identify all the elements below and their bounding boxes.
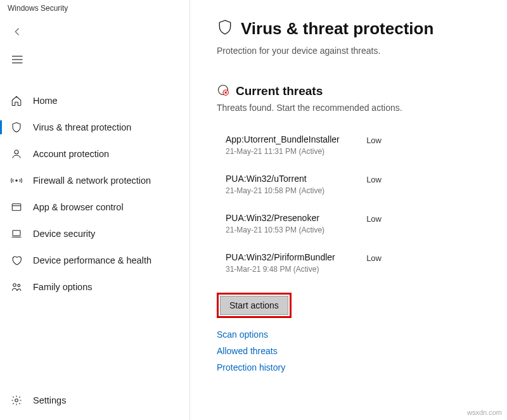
sidebar-item-label: Account protection — [33, 149, 109, 159]
threat-alert-icon — [217, 84, 229, 99]
sidebar-item-label: Firewall & network protection — [33, 175, 151, 186]
watermark: wsxdn.com — [467, 409, 502, 416]
laptop-icon — [10, 227, 23, 240]
main-content: Virus & threat protection Protection for… — [190, 0, 507, 420]
threat-meta: 21-May-21 10:53 PM (Active) — [226, 226, 324, 234]
hamburger-button[interactable] — [0, 44, 189, 75]
threat-severity: Low — [366, 175, 382, 184]
threat-severity: Low — [366, 253, 382, 263]
sidebar-item-label: Device performance & health — [33, 255, 151, 265]
sidebar-item-label: Settings — [33, 395, 66, 405]
sidebar-item-device-performance[interactable]: Device performance & health — [0, 247, 189, 274]
threat-item[interactable]: App:Utorrent_BundleInstaller 21-May-21 1… — [217, 125, 382, 165]
threats-list: App:Utorrent_BundleInstaller 21-May-21 1… — [217, 125, 494, 283]
threat-severity: Low — [366, 214, 382, 224]
sidebar-item-label: Family options — [33, 282, 92, 292]
threat-item[interactable]: PUA:Win32/Presenoker 21-May-21 10:53 PM … — [217, 204, 382, 243]
protection-history-link[interactable]: Protection history — [217, 362, 494, 372]
arrow-left-icon — [11, 25, 24, 38]
svg-point-4 — [16, 180, 17, 181]
threat-name: PUA:Win32/PiriformBundler — [226, 252, 335, 262]
svg-point-8 — [13, 284, 16, 287]
sidebar-item-label: Home — [33, 96, 58, 106]
family-icon — [10, 281, 23, 293]
threat-item[interactable]: PUA:Win32/PiriformBundler 31-Mar-21 9:48… — [217, 243, 382, 283]
page-title: Virus & threat protection — [241, 19, 433, 39]
shield-icon — [10, 121, 23, 134]
svg-rect-7 — [13, 231, 20, 236]
page-header: Virus & threat protection — [217, 18, 494, 39]
app-browser-icon — [10, 201, 23, 213]
threat-meta: 21-May-21 11:31 PM (Active) — [226, 147, 340, 156]
threat-meta: 31-Mar-21 9:48 PM (Active) — [226, 265, 335, 274]
threat-name: PUA:Win32/Presenoker — [226, 213, 324, 223]
menu-icon — [11, 53, 24, 66]
heart-icon — [10, 254, 23, 267]
section-subtitle: Threats found. Start the recommended act… — [217, 103, 494, 113]
page-subtitle: Protection for your device against threa… — [217, 46, 494, 56]
sidebar-item-home[interactable]: Home — [0, 87, 189, 114]
links-group: Scan options Allowed threats Protection … — [217, 329, 494, 372]
start-actions-highlight: Start actions — [217, 293, 292, 318]
sidebar-item-account-protection[interactable]: Account protection — [0, 141, 189, 167]
svg-rect-5 — [12, 204, 21, 211]
sidebar-item-label: Virus & threat protection — [33, 122, 131, 132]
shield-icon — [217, 18, 233, 39]
threat-name: App:Utorrent_BundleInstaller — [226, 134, 340, 144]
antenna-icon — [10, 174, 23, 187]
sidebar-item-app-browser[interactable]: App & browser control — [0, 194, 189, 220]
back-button[interactable] — [0, 19, 189, 44]
threat-name: PUA:Win32/uTorrent — [226, 174, 324, 184]
sidebar-item-label: App & browser control — [33, 202, 124, 212]
start-actions-button[interactable]: Start actions — [220, 296, 288, 315]
sidebar-item-family-options[interactable]: Family options — [0, 274, 189, 300]
scan-options-link[interactable]: Scan options — [217, 329, 494, 340]
home-icon — [10, 94, 23, 107]
current-threats-section: Current threats Threats found. Start the… — [217, 84, 494, 372]
allowed-threats-link[interactable]: Allowed threats — [217, 346, 494, 356]
svg-point-3 — [15, 150, 18, 154]
svg-point-9 — [18, 284, 20, 287]
section-title: Current threats — [236, 84, 323, 98]
threat-item[interactable]: PUA:Win32/uTorrent 21-May-21 10:58 PM (A… — [217, 165, 382, 204]
person-icon — [10, 148, 23, 160]
threat-severity: Low — [366, 136, 382, 145]
sidebar-item-settings[interactable]: Settings — [0, 387, 189, 414]
sidebar-item-device-security[interactable]: Device security — [0, 220, 189, 247]
threat-meta: 21-May-21 10:58 PM (Active) — [226, 186, 324, 195]
gear-icon — [10, 394, 23, 407]
sidebar-item-firewall[interactable]: Firewall & network protection — [0, 167, 189, 194]
sidebar-nav: Home Virus & threat protection Account p… — [0, 87, 189, 300]
sidebar-item-label: Device security — [33, 229, 95, 239]
window-title: Windows Security — [0, 0, 189, 19]
section-header: Current threats — [217, 84, 494, 99]
sidebar: Windows Security Home Virus & threat pro… — [0, 0, 190, 420]
sidebar-item-virus-threat[interactable]: Virus & threat protection — [0, 114, 189, 141]
svg-point-10 — [15, 399, 18, 402]
